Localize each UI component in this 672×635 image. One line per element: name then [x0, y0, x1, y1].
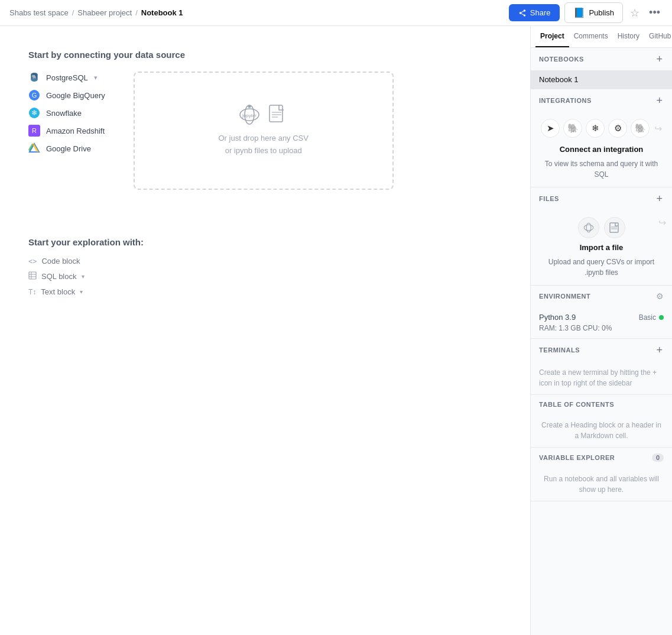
- environment-content: Python 3.9 Basic RAM: 1.3 GB CPU: 0%: [531, 307, 672, 338]
- tab-github[interactable]: GitHub: [644, 26, 672, 47]
- svg-text:🐘: 🐘: [32, 74, 37, 79]
- main-content: Start by connecting your data source 🐘 P…: [0, 26, 530, 635]
- notebooks-section-header: NOTEBOOKS +: [531, 48, 672, 70]
- datasource-googledrive[interactable]: Google Drive: [28, 142, 105, 154]
- environment-section-header: ENVIRONMENT ⚙: [531, 286, 672, 307]
- integrations-content: ➤ 🐘 ❄ ⚙ 🐘 ↪ Connect an integration To vi…: [531, 112, 672, 187]
- env-status-dot: [659, 315, 664, 320]
- datasource-section-title: Start by connecting your data source: [28, 50, 502, 60]
- notebooks-add-button[interactable]: +: [655, 54, 664, 64]
- postgresql-icon: 🐘: [28, 72, 40, 83]
- googledrive-label: Google Drive: [46, 144, 91, 153]
- project-link[interactable]: Shabeer project: [77, 8, 132, 17]
- workspace-link[interactable]: Shabs test space: [9, 8, 69, 17]
- datasource-redshift[interactable]: R Amazon Redshift: [28, 125, 105, 137]
- int-icon-redshift: 🐘: [631, 119, 650, 138]
- int-icon-bigquery: ⚙: [608, 119, 627, 138]
- sql-block-icon: [28, 271, 37, 281]
- tab-project[interactable]: Project: [535, 26, 569, 47]
- toc-desc: Create a Heading block or a header in a …: [539, 420, 664, 441]
- files-curve-icon: ↪: [658, 217, 666, 228]
- datasource-bigquery[interactable]: G Google BigQuery: [28, 89, 105, 101]
- explore-code-block[interactable]: <> Code block: [28, 257, 502, 265]
- integrations-add-button[interactable]: +: [655, 95, 664, 106]
- files-add-button[interactable]: +: [655, 193, 664, 204]
- sql-block-arrow: ▾: [82, 273, 85, 280]
- files-section: FILES + ↪: [531, 187, 672, 286]
- sidebar: Project Comments History GitHub NOTEBOOK…: [530, 26, 672, 635]
- text-block-label: Text block: [41, 287, 75, 296]
- share-label: Share: [530, 8, 551, 17]
- files-section-header: FILES +: [531, 187, 672, 210]
- drop-zone[interactable]: jupyter Or jus: [134, 72, 394, 190]
- toc-section-title: TABLE OF CONTENTS: [539, 401, 614, 408]
- snowflake-label: Snowflake: [46, 109, 82, 118]
- share-icon: [518, 9, 527, 17]
- bigquery-icon: G: [28, 89, 40, 101]
- int-icon-postgres: 🐘: [563, 119, 582, 138]
- integration-curve-icon: ↪: [654, 123, 662, 134]
- env-status-label: Basic: [639, 313, 656, 322]
- sep1: /: [72, 8, 74, 17]
- files-import-title: Import a file: [580, 243, 624, 252]
- postgresql-dropdown-icon[interactable]: ▾: [94, 74, 98, 82]
- terminals-section: TERMINALS + Create a new terminal by hit…: [531, 339, 672, 395]
- svg-rect-22: [29, 272, 36, 279]
- publish-label: Publish: [589, 8, 614, 17]
- integration-connect-desc: To view its schema and query it with SQL: [539, 158, 664, 180]
- toc-content: Create a Heading block or a header in a …: [531, 414, 672, 447]
- publish-button[interactable]: 📘 Publish: [564, 2, 623, 23]
- layout: Start by connecting your data source 🐘 P…: [0, 26, 672, 635]
- explore-section-title: Start your exploration with:: [28, 237, 502, 247]
- redshift-icon: R: [28, 125, 40, 137]
- terminals-desc: Create a new terminal by hitting the + i…: [539, 367, 664, 388]
- datasource-postgresql[interactable]: 🐘 PostgreSQL ▾: [28, 72, 105, 83]
- explore-list: <> Code block SQL block ▾ T↕ Text block …: [28, 257, 502, 296]
- notebook-item[interactable]: Notebook 1: [531, 70, 672, 89]
- variable-explorer-desc: Run a notebook and all variables will sh…: [539, 474, 664, 495]
- variable-explorer-count: 0: [652, 453, 664, 462]
- variable-explorer-header: VARIABLE EXPLORER 0: [531, 448, 672, 468]
- integration-icons: ➤ 🐘 ❄ ⚙ 🐘: [541, 119, 650, 138]
- environment-section: ENVIRONMENT ⚙ Python 3.9 Basic RAM: 1.3 …: [531, 286, 672, 339]
- drop-text-line1: Or just drop here any CSV: [219, 134, 309, 142]
- terminals-section-header: TERMINALS +: [531, 339, 672, 361]
- integrations-section-title: INTEGRATIONS: [539, 97, 592, 104]
- topbar: Shabs test space / Shabeer project / Not…: [0, 0, 672, 26]
- svg-rect-18: [270, 105, 283, 122]
- share-button[interactable]: Share: [509, 4, 560, 21]
- integrations-section: INTEGRATIONS + ➤ 🐘 ❄ ⚙ 🐘 ↪ Connect an in…: [531, 89, 672, 187]
- explore-text-block[interactable]: T↕ Text block ▾: [28, 287, 502, 296]
- file-icon-jupyter: [578, 217, 599, 238]
- explore-sql-block[interactable]: SQL block ▾: [28, 271, 502, 281]
- variable-explorer-content: Run a notebook and all variables will sh…: [531, 468, 672, 501]
- datasource-snowflake[interactable]: ❄ Snowflake: [28, 107, 105, 119]
- terminals-add-button[interactable]: +: [655, 345, 664, 355]
- files-import-desc: Upload and query CSVs or import .ipynb f…: [539, 257, 664, 278]
- variable-explorer-section: VARIABLE EXPLORER 0 Run a notebook and a…: [531, 448, 672, 501]
- file-icon-csv: [604, 217, 625, 238]
- current-page: Notebook 1: [141, 8, 183, 17]
- int-icon-snowflake: ❄: [586, 119, 605, 138]
- snowflake-icon: ❄: [28, 107, 40, 119]
- env-row: Python 3.9 Basic: [539, 313, 664, 322]
- topbar-actions: Share 📘 Publish ☆ •••: [509, 2, 663, 23]
- variable-explorer-title: VARIABLE EXPLORER: [539, 454, 615, 461]
- environment-gear-button[interactable]: ⚙: [656, 291, 664, 301]
- svg-rect-28: [610, 223, 618, 232]
- code-block-label: Code block: [41, 257, 80, 265]
- more-options-button[interactable]: •••: [647, 4, 663, 21]
- sql-block-label: SQL block: [41, 272, 77, 281]
- star-button[interactable]: ☆: [628, 4, 642, 22]
- code-block-icon: <>: [28, 257, 37, 265]
- notebooks-section-title: NOTEBOOKS: [539, 56, 584, 63]
- svg-text:R: R: [32, 127, 37, 134]
- csv-file-icon: [267, 104, 288, 125]
- drop-zone-text: Or just drop here any CSV or ipynb files…: [219, 132, 309, 157]
- tab-history[interactable]: History: [613, 26, 644, 47]
- notebooks-section: NOTEBOOKS + Notebook 1: [531, 48, 672, 89]
- tab-comments[interactable]: Comments: [569, 26, 613, 47]
- googledrive-icon: [28, 142, 40, 154]
- toc-section: TABLE OF CONTENTS Create a Heading block…: [531, 395, 672, 448]
- drop-zone-icons: jupyter: [239, 104, 288, 125]
